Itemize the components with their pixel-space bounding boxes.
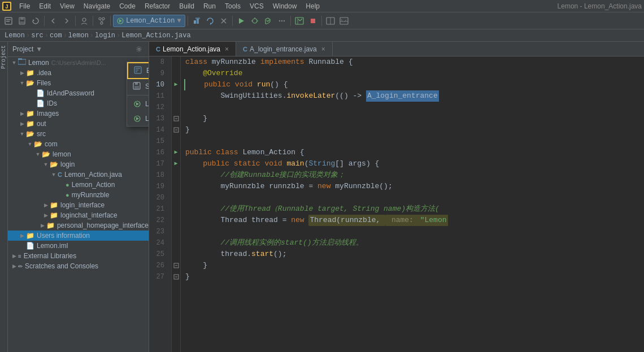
menu-file[interactable]: File: [15, 1, 34, 11]
menu-window[interactable]: Window: [268, 1, 302, 11]
svg-rect-19: [195, 18, 200, 19]
tree-com-label: com: [45, 140, 58, 148]
a-login-tab-icon: C: [243, 46, 247, 53]
tree-personal-homepage[interactable]: ▶ 📁 personal_homepage_interface: [8, 220, 149, 231]
separator-8: [321, 16, 322, 26]
a-login-tab-label: A_login_entrance.java: [250, 45, 317, 53]
code-line-27: }: [185, 271, 639, 283]
svg-marker-16: [119, 19, 122, 23]
tree-out-label: out: [37, 120, 46, 128]
breadcrumb-com[interactable]: com: [50, 32, 62, 40]
run-arrow-10[interactable]: ▶: [174, 79, 177, 90]
menu-view[interactable]: View: [55, 1, 79, 11]
build-button[interactable]: [190, 15, 203, 27]
tree-loginchat-interface[interactable]: ▶ 📁 loginchat_interface: [8, 210, 149, 220]
save-config-label: Save 'Lemon_Action' Configuration: [145, 82, 149, 90]
code-line-15: [185, 136, 639, 147]
profiler-button[interactable]: [338, 15, 350, 27]
tree-src-label: src: [37, 130, 46, 138]
menu-code[interactable]: Code: [115, 1, 140, 11]
tree-myrunnzble[interactable]: ▶ ● myRunnzble: [8, 190, 149, 200]
tree-src[interactable]: ▼ 📂 src: [8, 129, 149, 139]
run-arrow-16[interactable]: ▶: [174, 147, 177, 158]
clean-button[interactable]: [217, 15, 230, 27]
tree-lemon-iml[interactable]: ▶ 📄 Lemon.iml: [8, 241, 149, 251]
lemon-module-icon: [18, 58, 26, 67]
fold-13-icon[interactable]: [173, 116, 179, 121]
save-config-icon: [133, 82, 142, 91]
editor-content: 8 9 10 11 12 13 14 15 16 17 18 19 20 21 …: [149, 57, 644, 352]
run-all-tests[interactable]: [324, 15, 337, 27]
save-button[interactable]: [16, 15, 28, 27]
breadcrumb-login[interactable]: login: [95, 32, 115, 40]
ln-25: 25: [149, 249, 168, 260]
run-config-dropdown[interactable]: Lemon_Action ▼: [113, 15, 185, 27]
rebuild-button[interactable]: [204, 15, 216, 27]
breadcrumb-lemon[interactable]: Lemon: [5, 32, 25, 40]
dropdown-lemon-action[interactable]: Lemon_Action: [127, 111, 149, 126]
svg-point-11: [102, 18, 105, 20]
file-idandpassword-icon: 📄: [36, 89, 45, 97]
fold-26-icon[interactable]: [173, 263, 179, 268]
debug-button[interactable]: [249, 15, 261, 27]
a-login-tab-close[interactable]: ×: [321, 45, 325, 53]
back-button[interactable]: [47, 15, 59, 27]
svg-line-13: [100, 20, 102, 22]
class-myrunnzble-icon: ●: [66, 192, 69, 198]
forward-button[interactable]: [60, 15, 73, 27]
sidebar-settings[interactable]: [134, 44, 144, 54]
code-line-18: //创建Runnable接口的实现类对象；: [185, 170, 639, 181]
run-arrow-17[interactable]: ▶: [174, 158, 177, 170]
run-with-coverage[interactable]: [262, 15, 275, 27]
profile-button[interactable]: [78, 15, 90, 27]
project-icon[interactable]: [2, 15, 15, 27]
tree-scratches[interactable]: ▶ ✏ Scratches and Consoles: [8, 261, 149, 271]
dropdown-save-config[interactable]: Save 'Lemon_Action' Configuration: [127, 79, 149, 94]
code-area[interactable]: class myRunnzble implements Runnable { @…: [181, 57, 644, 352]
lemon-action-tab-close[interactable]: ×: [225, 45, 229, 53]
tree-ext-libraries[interactable]: ▶ ≡ External Libraries: [8, 251, 149, 261]
dropdown-separator: [127, 95, 149, 95]
menu-help[interactable]: Help: [301, 1, 324, 11]
gutter: ▶ ▶ ▶: [172, 57, 181, 352]
menu-run[interactable]: Run: [199, 1, 220, 11]
tree-com[interactable]: ▼ 📂 com: [8, 139, 149, 149]
tree-users-info[interactable]: ▶ 📁 Users information: [8, 231, 149, 241]
tree-lemon-action-java[interactable]: ▼ C Lemon_Action.java: [8, 170, 149, 180]
fold-27-icon[interactable]: [173, 274, 179, 280]
vcs-button[interactable]: [95, 15, 108, 27]
tree-idea-label: .idea: [37, 69, 51, 77]
tree-lemon-action-class[interactable]: ▶ ● Lemon_Action: [8, 180, 149, 190]
tree-login-interface[interactable]: ▶ 📁 login_interface: [8, 200, 149, 210]
refresh-button[interactable]: [29, 15, 42, 27]
menu-vcs[interactable]: VCS: [245, 1, 268, 11]
ln-24: 24: [149, 237, 168, 249]
more-run-options[interactable]: [276, 15, 288, 27]
tree-login[interactable]: ▼ 📂 login: [8, 159, 149, 170]
coverage-icon[interactable]: [293, 15, 306, 27]
sidebar-dropdown-arrow[interactable]: ▼: [36, 45, 42, 53]
stop-button[interactable]: [307, 15, 319, 27]
menu-refactor[interactable]: Refactor: [140, 1, 175, 11]
svg-rect-29: [295, 18, 303, 24]
gutter-24: [172, 237, 180, 249]
tree-arrow-login: ▼: [42, 162, 50, 167]
breadcrumb-file[interactable]: Lemon_Action.java: [121, 32, 190, 40]
file-lemon-iml-icon: 📄: [26, 242, 34, 250]
fold-14-icon[interactable]: [173, 127, 179, 133]
run-button[interactable]: [235, 15, 247, 27]
breadcrumb-lemon2[interactable]: lemon: [68, 32, 89, 40]
menu-navigate[interactable]: Navigate: [79, 1, 115, 11]
project-tab[interactable]: Project: [0, 42, 8, 72]
tab-a-login[interactable]: C A_login_entrance.java ×: [236, 42, 333, 56]
dropdown-lemon2[interactable]: Lemon2: [127, 97, 149, 111]
gutter-14: [172, 124, 180, 136]
breadcrumb-src[interactable]: src: [31, 32, 43, 40]
tree-lemon-pkg[interactable]: ▼ 📂 lemon: [8, 149, 149, 159]
menu-edit[interactable]: Edit: [34, 1, 55, 11]
dropdown-edit-config[interactable]: Edit Configurations...: [127, 62, 149, 79]
tab-lemon-action[interactable]: C Lemon_Action.java ×: [149, 42, 236, 56]
menu-build[interactable]: Build: [175, 1, 199, 11]
menu-tools[interactable]: Tools: [220, 1, 245, 11]
folder-scratches-icon: ✏: [18, 263, 23, 270]
